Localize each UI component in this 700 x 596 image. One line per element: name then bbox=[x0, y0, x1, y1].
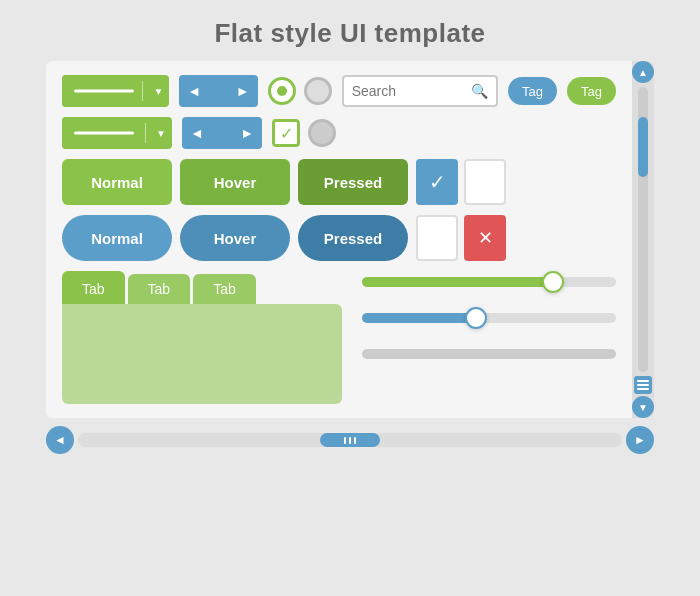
search-icon[interactable]: 🔍 bbox=[471, 83, 488, 99]
scrollbar-right: ▲ ▼ bbox=[632, 61, 654, 418]
row-controls-1: ▼ ◄ ► 🔍 bbox=[62, 75, 616, 107]
page-title: Flat style UI template bbox=[0, 0, 700, 61]
radio-1-checked[interactable] bbox=[268, 77, 296, 105]
scroll-track-h bbox=[78, 433, 622, 447]
scroll-thumb-v[interactable] bbox=[638, 117, 648, 177]
stepper-right-1[interactable]: ► bbox=[236, 83, 250, 99]
toggle-x-on[interactable]: ✕ bbox=[464, 215, 506, 261]
main-panel: ▼ ◄ ► 🔍 bbox=[46, 61, 654, 418]
tag-green-1[interactable]: Tag bbox=[567, 77, 616, 105]
scrollbar-bottom: ◄ ► bbox=[46, 426, 654, 454]
dropdown-1[interactable]: ▼ bbox=[62, 75, 169, 107]
scroll-lines-btn[interactable] bbox=[634, 376, 652, 394]
toggle-check-on[interactable]: ✓ bbox=[416, 159, 458, 205]
tabs-container: Tab Tab Tab bbox=[62, 271, 342, 404]
stepper-left-1[interactable]: ◄ bbox=[187, 83, 201, 99]
checkbox-group-1: ✓ bbox=[272, 119, 336, 147]
radio-2-unchecked[interactable] bbox=[308, 119, 336, 147]
dropdown-arrow-2: ▼ bbox=[156, 128, 166, 139]
stepper-right-2[interactable]: ► bbox=[240, 125, 254, 141]
toggle-group-2: ✕ bbox=[416, 215, 506, 261]
page: Flat style UI template ▼ ◄ ► bbox=[0, 0, 700, 596]
stepper-left-2[interactable]: ◄ bbox=[190, 125, 204, 141]
btn-green-pressed[interactable]: Pressed bbox=[298, 159, 408, 205]
search-box: 🔍 bbox=[342, 75, 498, 107]
btn-green-normal[interactable]: Normal bbox=[62, 159, 172, 205]
radio-group-1 bbox=[268, 77, 332, 105]
tab-content-area bbox=[62, 304, 342, 404]
dropdown-arrow-1: ▼ bbox=[153, 86, 163, 97]
slider-3[interactable] bbox=[362, 343, 616, 365]
close-toggle-icon: ✕ bbox=[478, 227, 493, 249]
checkmark-icon: ✓ bbox=[280, 124, 293, 143]
checkmark-toggle-icon: ✓ bbox=[429, 170, 446, 194]
checkbox-1-checked[interactable]: ✓ bbox=[272, 119, 300, 147]
tag-blue-1[interactable]: Tag bbox=[508, 77, 557, 105]
tabs-row: Tab Tab Tab bbox=[62, 271, 342, 304]
slider-1[interactable] bbox=[362, 271, 616, 293]
row-buttons-blue: Normal Hover Pressed ✕ bbox=[62, 215, 616, 261]
btn-blue-normal[interactable]: Normal bbox=[62, 215, 172, 261]
toggle-x-off[interactable] bbox=[416, 215, 458, 261]
scroll-thumb-h[interactable] bbox=[320, 433, 380, 447]
slider-2[interactable] bbox=[362, 307, 616, 329]
btn-blue-hover[interactable]: Hover bbox=[180, 215, 290, 261]
scroll-down-btn[interactable]: ▼ bbox=[632, 396, 654, 418]
scroll-track-v bbox=[638, 87, 648, 372]
radio-1-unchecked[interactable] bbox=[304, 77, 332, 105]
toggle-check-off[interactable] bbox=[464, 159, 506, 205]
scroll-up-btn[interactable]: ▲ bbox=[632, 61, 654, 83]
btn-green-hover[interactable]: Hover bbox=[180, 159, 290, 205]
row-buttons-green: Normal Hover Pressed ✓ bbox=[62, 159, 616, 205]
btn-blue-pressed[interactable]: Pressed bbox=[298, 215, 408, 261]
row-controls-2: ▼ ◄ ► ✓ bbox=[62, 117, 616, 149]
toggle-group-1: ✓ bbox=[416, 159, 506, 205]
tab-3[interactable]: Tab bbox=[193, 274, 256, 304]
scroll-right-btn[interactable]: ► bbox=[626, 426, 654, 454]
tab-1[interactable]: Tab bbox=[62, 271, 125, 304]
sliders-container bbox=[362, 271, 616, 365]
dropdown-2[interactable]: ▼ bbox=[62, 117, 172, 149]
stepper-1[interactable]: ◄ ► bbox=[179, 75, 257, 107]
tab-2[interactable]: Tab bbox=[128, 274, 191, 304]
stepper-2[interactable]: ◄ ► bbox=[182, 117, 262, 149]
bottom-section: Tab Tab Tab bbox=[62, 271, 616, 404]
search-input[interactable] bbox=[352, 83, 462, 99]
scroll-left-btn[interactable]: ◄ bbox=[46, 426, 74, 454]
